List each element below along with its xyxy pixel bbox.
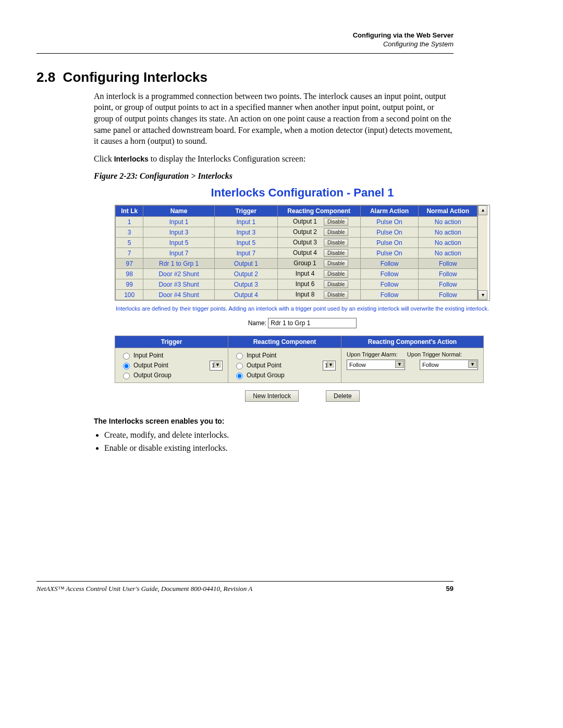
- cell-alarm[interactable]: Pulse On: [360, 227, 419, 238]
- th-edit-trigger: Trigger: [115, 336, 228, 348]
- disable-button[interactable]: Disable: [324, 239, 348, 246]
- cell-normal[interactable]: Follow: [419, 258, 478, 269]
- sub-heading: The Interlocks screen enables you to:: [94, 416, 454, 426]
- cell-name[interactable]: Input 1: [143, 217, 215, 227]
- interlocks-screenshot: Interlocks Configuration - Panel 1 Int L…: [115, 186, 490, 401]
- cell-id[interactable]: 5: [116, 238, 143, 248]
- label-upon-normal: Upon Trigger Normal:: [407, 351, 462, 357]
- cell-trigger[interactable]: Input 5: [214, 238, 277, 248]
- table-header-row: Int Lk Name Trigger Reacting Component A…: [116, 206, 478, 217]
- cell-alarm[interactable]: Pulse On: [360, 217, 419, 227]
- name-label: Name:: [248, 319, 266, 327]
- table-row[interactable]: 1Input 1Input 1Output 1DisablePulse OnNo…: [116, 217, 478, 227]
- table-scrollbar[interactable]: ▴ ▾: [478, 205, 487, 300]
- th-intlk: Int Lk: [116, 206, 143, 217]
- cell-normal[interactable]: Follow: [419, 269, 478, 279]
- disable-button[interactable]: Disable: [324, 218, 348, 226]
- reacting-radio-group[interactable]: Input Point Output Point Output Group: [234, 351, 285, 379]
- cell-alarm[interactable]: Follow: [360, 279, 419, 290]
- disable-button[interactable]: Disable: [324, 270, 348, 278]
- th-normal: Normal Action: [419, 206, 478, 217]
- table-row[interactable]: 100Door #4 ShuntOutput 4Input 8DisableFo…: [116, 290, 478, 300]
- scroll-down-icon[interactable]: ▾: [478, 290, 487, 300]
- th-name: Name: [143, 206, 215, 217]
- cell-alarm[interactable]: Pulse On: [360, 238, 419, 248]
- cell-trigger[interactable]: Output 3: [214, 279, 277, 290]
- table-row[interactable]: 7Input 7Input 7Output 4DisablePulse OnNo…: [116, 248, 478, 258]
- reacting-number-select[interactable]: 1: [323, 361, 336, 371]
- cell-reacting: Output 2Disable: [277, 227, 360, 238]
- cell-alarm[interactable]: Follow: [360, 258, 419, 269]
- footer-doc: NetAXS™ Access Control Unit User's Guide…: [36, 585, 252, 593]
- cell-normal[interactable]: No action: [419, 238, 478, 248]
- edit-action-cell: Upon Trigger Alarm: Upon Trigger Normal:…: [341, 348, 484, 382]
- cell-normal[interactable]: Follow: [419, 290, 478, 300]
- trigger-radio-output-group[interactable]: Output Group: [120, 371, 172, 379]
- paragraph-2: Click Interlocks to display the Interloc…: [94, 153, 454, 165]
- cell-id[interactable]: 98: [116, 269, 143, 279]
- header-line-2: Configuring the System: [36, 40, 454, 49]
- cell-alarm[interactable]: Pulse On: [360, 248, 419, 258]
- cell-alarm[interactable]: Follow: [360, 290, 419, 300]
- cell-name[interactable]: Input 7: [143, 248, 215, 258]
- button-row: New Interlock Delete: [115, 390, 490, 402]
- cell-trigger[interactable]: Input 7: [214, 248, 277, 258]
- cell-normal[interactable]: Follow: [419, 279, 478, 290]
- trigger-radio-output-point[interactable]: Output Point: [120, 361, 172, 369]
- reacting-radio-output-group[interactable]: Output Group: [234, 371, 285, 379]
- cell-name[interactable]: Input 5: [143, 238, 215, 248]
- trigger-number-select[interactable]: 1: [210, 361, 223, 371]
- disable-button[interactable]: Disable: [324, 249, 348, 257]
- normal-action-select[interactable]: Follow: [420, 360, 478, 370]
- cell-normal[interactable]: No action: [419, 227, 478, 238]
- edit-table: Trigger Reacting Component Reacting Comp…: [115, 336, 484, 383]
- disable-button[interactable]: Disable: [324, 260, 348, 267]
- cell-trigger[interactable]: Output 4: [214, 290, 277, 300]
- cell-reacting: Output 4Disable: [277, 248, 360, 258]
- paragraph-1: An interlock is a programmed connection …: [94, 91, 454, 147]
- reacting-radio-input-point[interactable]: Input Point: [234, 351, 285, 360]
- cell-normal[interactable]: No action: [419, 248, 478, 258]
- cell-name[interactable]: Rdr 1 to Grp 1: [143, 258, 215, 269]
- page-header: Configuring via the Web Server Configuri…: [36, 31, 454, 49]
- bottom-rule: [36, 581, 454, 582]
- cell-normal[interactable]: No action: [419, 217, 478, 227]
- table-row[interactable]: 3Input 3Input 3Output 2DisablePulse OnNo…: [116, 227, 478, 238]
- scroll-up-icon[interactable]: ▴: [478, 205, 487, 215]
- cell-id[interactable]: 3: [116, 227, 143, 238]
- cell-id[interactable]: 7: [116, 248, 143, 258]
- th-trigger: Trigger: [214, 206, 277, 217]
- cell-name[interactable]: Door #3 Shunt: [143, 279, 215, 290]
- table-row[interactable]: 98Door #2 ShuntOutput 2Input 4DisableFol…: [116, 269, 478, 279]
- name-input[interactable]: [268, 318, 357, 328]
- cell-trigger[interactable]: Output 1: [214, 258, 277, 269]
- cell-alarm[interactable]: Follow: [360, 269, 419, 279]
- trigger-radio-input-point[interactable]: Input Point: [120, 351, 172, 360]
- cell-reacting: Input 6Disable: [277, 279, 360, 290]
- cell-trigger[interactable]: Input 3: [214, 227, 277, 238]
- th-alarm: Alarm Action: [360, 206, 419, 217]
- cell-name[interactable]: Door #2 Shunt: [143, 269, 215, 279]
- table-row[interactable]: 5Input 5Input 5Output 3DisablePulse OnNo…: [116, 238, 478, 248]
- cell-name[interactable]: Input 3: [143, 227, 215, 238]
- disable-button[interactable]: Disable: [324, 228, 348, 236]
- cell-trigger[interactable]: Input 1: [214, 217, 277, 227]
- cell-name[interactable]: Door #4 Shunt: [143, 290, 215, 300]
- th-reacting: Reacting Component: [277, 206, 360, 217]
- trigger-radio-group[interactable]: Input Point Output Point Output Group: [120, 351, 172, 379]
- cell-trigger[interactable]: Output 2: [214, 269, 277, 279]
- alarm-action-select[interactable]: Follow: [347, 360, 405, 370]
- cell-id[interactable]: 97: [116, 258, 143, 269]
- reacting-radio-output-point[interactable]: Output Point: [234, 361, 285, 369]
- table-row[interactable]: 99Door #3 ShuntOutput 3Input 6DisableFol…: [116, 279, 478, 290]
- disable-button[interactable]: Disable: [324, 280, 348, 288]
- cell-id[interactable]: 99: [116, 279, 143, 290]
- cell-id[interactable]: 1: [116, 217, 143, 227]
- cell-id[interactable]: 100: [116, 290, 143, 300]
- new-interlock-button[interactable]: New Interlock: [245, 390, 299, 402]
- table-row[interactable]: 97Rdr 1 to Grp 1Output 1Group 1DisableFo…: [116, 258, 478, 269]
- header-line-1: Configuring via the Web Server: [36, 31, 454, 40]
- section-title-text: Configuring Interlocks: [63, 69, 207, 85]
- delete-button[interactable]: Delete: [326, 390, 360, 402]
- disable-button[interactable]: Disable: [324, 291, 348, 299]
